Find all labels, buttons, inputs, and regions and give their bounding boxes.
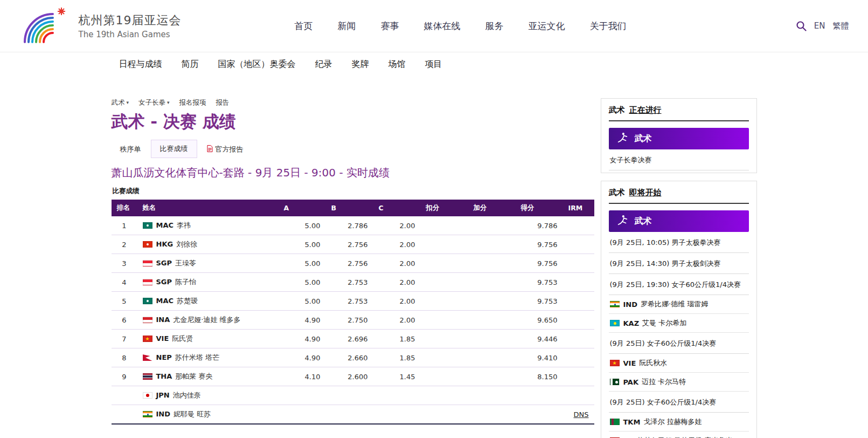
- breadcrumb-item-0[interactable]: 武术▾: [112, 98, 129, 107]
- noc-code: JPN: [156, 391, 170, 399]
- side-event-title-upcoming-3: (9月 25日) 女子60公斤级1/4决赛: [609, 333, 749, 354]
- bonus-cell: [468, 235, 516, 254]
- search-icon[interactable]: [796, 20, 807, 31]
- irm-cell: [563, 254, 594, 273]
- table-row: 8NEP苏什米塔 塔芒4.902.6601.859.410: [112, 348, 594, 367]
- tab-label: 秩序单: [120, 145, 141, 154]
- noc-code: IND: [623, 300, 638, 309]
- side-status-link-live[interactable]: 正在进行: [629, 105, 662, 115]
- column-header-4: C: [373, 200, 421, 216]
- nav-item-6[interactable]: 关于我们: [590, 20, 627, 32]
- nav-item-0[interactable]: 首页: [295, 20, 313, 32]
- score-b-cell: 2.786: [326, 216, 373, 235]
- nav-item-1[interactable]: 新闻: [338, 20, 356, 32]
- main-nav: 首页新闻赛事媒体在线服务亚运文化关于我们: [295, 20, 796, 32]
- score-a-cell: [279, 405, 326, 425]
- wushu-pictogram-wrap: [616, 132, 628, 146]
- total-score-cell: 9.753: [516, 292, 563, 311]
- score-b-cell: 2.750: [326, 311, 373, 330]
- asian-games-emblem-icon: [19, 6, 71, 45]
- dns-link[interactable]: DNS: [574, 410, 589, 419]
- bonus-cell: [468, 254, 516, 273]
- athlete-name: 池内佳奈: [173, 391, 201, 399]
- flag-icon-ina: [143, 317, 152, 323]
- athlete-cell: SGP陈子怡: [137, 273, 279, 292]
- subnav-item-1[interactable]: 简历: [182, 59, 199, 70]
- subnav-item-6[interactable]: 项目: [425, 59, 442, 70]
- wushu-pictogram-icon: [616, 214, 628, 226]
- tab-2[interactable]: 官方报告: [198, 141, 252, 158]
- score-c-cell: 2.00: [373, 292, 421, 311]
- nav-item-2[interactable]: 赛事: [381, 20, 399, 32]
- lang-en-link[interactable]: EN: [814, 21, 825, 31]
- flag-icon-hkg: [143, 241, 152, 248]
- wushu-pictogram-icon: [616, 132, 628, 143]
- irm-cell: [563, 311, 594, 330]
- breadcrumb-item-3[interactable]: 报告: [216, 98, 230, 107]
- sport-banner-upcoming[interactable]: 武术: [609, 210, 749, 232]
- athlete-cell: HKG刘徐徐: [137, 235, 279, 254]
- flag-icon-ind: [143, 411, 152, 418]
- total-score-cell: 9.446: [516, 330, 563, 348]
- table-row: 5MAC苏楚瑷5.002.7532.009.753: [112, 292, 594, 311]
- score-c-cell: 2.00: [373, 311, 421, 330]
- deduction-cell: [421, 405, 468, 425]
- lang-trad-link[interactable]: 繁體: [833, 21, 849, 31]
- athlete-name: 莎赫尔巴努 曼苏里扬·塞米鲁米: [637, 436, 732, 438]
- site-logo[interactable]: 杭州第19届亚运会 The 19th Asian Games: [19, 6, 182, 45]
- noc-code: VIE: [623, 359, 636, 367]
- score-b-cell: 2.600: [326, 367, 373, 386]
- side-athlete-row: KAZ艾曼 卡尔希加: [609, 314, 749, 333]
- flag-icon-ind: [610, 301, 620, 307]
- score-b-cell: 2.756: [326, 235, 373, 254]
- score-a-cell: 4.90: [279, 330, 326, 348]
- irm-cell: [563, 216, 594, 235]
- deduction-cell: [421, 292, 468, 311]
- rank-cell: 6: [112, 311, 137, 330]
- score-b-cell: [326, 386, 373, 405]
- subnav-item-4[interactable]: 奖牌: [352, 59, 369, 70]
- noc-code: PAK: [623, 378, 638, 386]
- side-status-link-upcoming[interactable]: 即将开始: [629, 188, 662, 198]
- irm-cell: [563, 348, 594, 367]
- score-b-cell: [326, 405, 373, 425]
- subnav-item-3[interactable]: 纪录: [315, 59, 332, 70]
- athlete-name: 李祎: [177, 221, 191, 229]
- subnav-item-0[interactable]: 日程与成绩: [119, 59, 162, 70]
- flag-icon-tha: [143, 373, 152, 380]
- rank-cell: 8: [112, 348, 137, 367]
- table-row: IND妮耶曼 旺苏DNS: [112, 405, 594, 425]
- score-c-cell: [373, 386, 421, 405]
- nav-item-4[interactable]: 服务: [485, 20, 504, 32]
- score-a-cell: 5.00: [279, 235, 326, 254]
- sport-banner-live[interactable]: 武术: [609, 128, 749, 149]
- nav-item-3[interactable]: 媒体在线: [424, 20, 461, 32]
- score-a-cell: 5.00: [279, 254, 326, 273]
- tab-0[interactable]: 秩序单: [112, 141, 150, 158]
- breadcrumb-item-2[interactable]: 报名报项: [179, 98, 206, 107]
- sun-icon: [58, 8, 65, 15]
- score-b-cell: 2.756: [326, 254, 373, 273]
- results-table: 排名姓名ABC扣分加分得分IRM 1MAC李祎5.002.7862.009.78…: [112, 200, 594, 425]
- athlete-name: 苏什米塔 塔芒: [175, 353, 219, 361]
- total-score-cell: 9.650: [516, 311, 563, 330]
- table-row: 9THA那帕莱 赛央4.102.6001.458.150: [112, 367, 594, 386]
- flag-icon-tkm: [610, 419, 620, 425]
- subnav-item-2[interactable]: 国家（地区）奥委会: [218, 59, 296, 70]
- subnav-item-5[interactable]: 场馆: [388, 59, 406, 70]
- bonus-cell: [468, 311, 516, 330]
- section-label: 比赛成绩: [113, 187, 594, 196]
- tab-label: 比赛成绩: [160, 144, 188, 154]
- side-box-header-upcoming: 武术即将开始: [609, 188, 749, 204]
- bonus-cell: [468, 273, 516, 292]
- column-header-5: 扣分: [421, 200, 468, 216]
- score-c-cell: 2.00: [373, 273, 421, 292]
- nav-item-5[interactable]: 亚运文化: [529, 20, 565, 32]
- deduction-cell: [421, 216, 468, 235]
- total-score-cell: [516, 386, 563, 405]
- tab-1[interactable]: 比赛成绩: [151, 140, 197, 158]
- chevron-down-icon: ▾: [127, 100, 129, 105]
- flag-icon-sgp: [143, 260, 152, 266]
- breadcrumb-item-1[interactable]: 女子长拳▾: [138, 98, 170, 107]
- athlete-cell: INA尤金尼娅·迪娃 维多多: [137, 311, 279, 330]
